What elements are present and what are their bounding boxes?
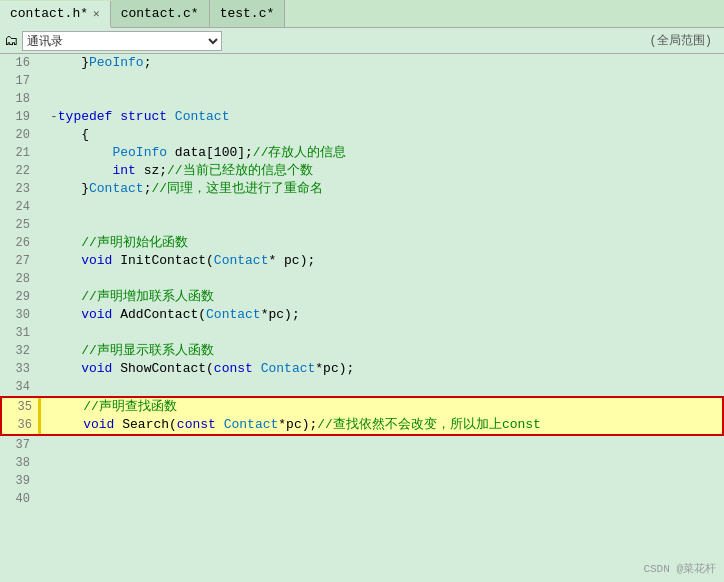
tab-bar: contact.h* ✕ contact.c* test.c* — [0, 0, 724, 28]
code-row-19: 19 -typedef struct Contact — [0, 108, 724, 126]
line-content-16: }PeoInfo; — [46, 54, 724, 72]
line-content-35: //声明查找函数 — [48, 398, 722, 416]
code-row-35: 35 //声明查找函数 — [2, 398, 722, 416]
line-num-24: 24 — [0, 198, 36, 216]
line-marker-38 — [36, 454, 46, 472]
line-content-33: void ShowContact(const Contact*pc); — [46, 360, 724, 378]
code-area: 16 }PeoInfo; 17 18 19 -typedef struct Co… — [0, 54, 724, 582]
code-row-34: 34 — [0, 378, 724, 396]
line-content-26: //声明初始化函数 — [46, 234, 724, 252]
tab-test-c-label: test.c* — [220, 6, 275, 21]
line-content-17 — [46, 72, 724, 90]
line-num-37: 37 — [0, 436, 36, 454]
line-num-25: 25 — [0, 216, 36, 234]
code-row-26: 26 //声明初始化函数 — [0, 234, 724, 252]
code-row-39: 39 — [0, 472, 724, 490]
line-marker-29 — [36, 288, 46, 306]
line-num-30: 30 — [0, 306, 36, 324]
line-num-39: 39 — [0, 472, 36, 490]
line-marker-26 — [36, 234, 46, 252]
watermark: CSDN @菜花杆 — [643, 561, 716, 576]
tab-contact-h[interactable]: contact.h* ✕ — [0, 1, 111, 28]
line-num-16: 16 — [0, 54, 36, 72]
line-content-34 — [46, 378, 724, 396]
line-marker-39 — [36, 472, 46, 490]
toolbar-scope-select[interactable]: 通讯录 — [22, 31, 222, 51]
line-num-19: 19 — [0, 108, 36, 126]
code-row-31: 31 — [0, 324, 724, 342]
line-num-40: 40 — [0, 490, 36, 508]
code-row-21: 21 PeoInfo data[100];//存放人的信息 — [0, 144, 724, 162]
code-row-22: 22 int sz;//当前已经放的信息个数 — [0, 162, 724, 180]
line-content-32: //声明显示联系人函数 — [46, 342, 724, 360]
code-row-33: 33 void ShowContact(const Contact*pc); — [0, 360, 724, 378]
highlight-group-35-36: 35 //声明查找函数 36 void Search(const Contact… — [0, 396, 724, 436]
line-content-40 — [46, 490, 724, 508]
code-row-38: 38 — [0, 454, 724, 472]
toolbar-dropdown-icon: 🗂 — [4, 33, 18, 49]
line-num-31: 31 — [0, 324, 36, 342]
tab-test-c[interactable]: test.c* — [210, 0, 286, 27]
code-row-23: 23 }Contact;//同理，这里也进行了重命名 — [0, 180, 724, 198]
code-row-28: 28 — [0, 270, 724, 288]
line-marker-25 — [36, 216, 46, 234]
line-marker-23 — [36, 180, 46, 198]
line-content-25 — [46, 216, 724, 234]
line-num-26: 26 — [0, 234, 36, 252]
line-marker-34 — [36, 378, 46, 396]
tab-contact-h-close[interactable]: ✕ — [93, 7, 100, 20]
toolbar-scope-label: (全局范围) — [650, 32, 720, 49]
line-marker-37 — [36, 436, 46, 454]
line-content-29: //声明增加联系人函数 — [46, 288, 724, 306]
tab-contact-h-label: contact.h* — [10, 6, 88, 21]
line-content-36: void Search(const Contact*pc);//查找依然不会改变… — [48, 416, 722, 434]
line-marker-21 — [36, 144, 46, 162]
code-row-27: 27 void InitContact(Contact* pc); — [0, 252, 724, 270]
tab-contact-c[interactable]: contact.c* — [111, 0, 210, 27]
line-content-30: void AddContact(Contact*pc); — [46, 306, 724, 324]
line-content-18 — [46, 90, 724, 108]
line-num-22: 22 — [0, 162, 36, 180]
line-marker-27 — [36, 252, 46, 270]
code-row-30: 30 void AddContact(Contact*pc); — [0, 306, 724, 324]
line-num-35: 35 — [2, 398, 38, 416]
line-num-38: 38 — [0, 454, 36, 472]
code-row-37: 37 — [0, 436, 724, 454]
line-marker-30 — [36, 306, 46, 324]
line-content-37 — [46, 436, 724, 454]
line-num-34: 34 — [0, 378, 36, 396]
line-content-24 — [46, 198, 724, 216]
line-marker-16 — [36, 54, 46, 72]
line-content-21: PeoInfo data[100];//存放人的信息 — [46, 144, 724, 162]
code-row-24: 24 — [0, 198, 724, 216]
code-row-20: 20 { — [0, 126, 724, 144]
line-marker-24 — [36, 198, 46, 216]
code-row-32: 32 //声明显示联系人函数 — [0, 342, 724, 360]
line-num-32: 32 — [0, 342, 36, 360]
line-content-19: -typedef struct Contact — [46, 108, 724, 126]
line-num-17: 17 — [0, 72, 36, 90]
line-content-31 — [46, 324, 724, 342]
line-content-20: { — [46, 126, 724, 144]
line-num-21: 21 — [0, 144, 36, 162]
line-marker-40 — [36, 490, 46, 508]
line-marker-35 — [38, 398, 48, 416]
line-content-39 — [46, 472, 724, 490]
line-marker-36 — [38, 416, 48, 434]
line-content-28 — [46, 270, 724, 288]
line-content-22: int sz;//当前已经放的信息个数 — [46, 162, 724, 180]
code-row-25: 25 — [0, 216, 724, 234]
code-row-36: 36 void Search(const Contact*pc);//查找依然不… — [2, 416, 722, 434]
line-marker-32 — [36, 342, 46, 360]
toolbar: 🗂 通讯录 (全局范围) — [0, 28, 724, 54]
line-num-18: 18 — [0, 90, 36, 108]
line-marker-17 — [36, 72, 46, 90]
line-marker-31 — [36, 324, 46, 342]
line-marker-28 — [36, 270, 46, 288]
line-marker-19 — [36, 108, 46, 126]
line-marker-18 — [36, 90, 46, 108]
line-num-33: 33 — [0, 360, 36, 378]
line-num-29: 29 — [0, 288, 36, 306]
line-marker-33 — [36, 360, 46, 378]
line-num-20: 20 — [0, 126, 36, 144]
